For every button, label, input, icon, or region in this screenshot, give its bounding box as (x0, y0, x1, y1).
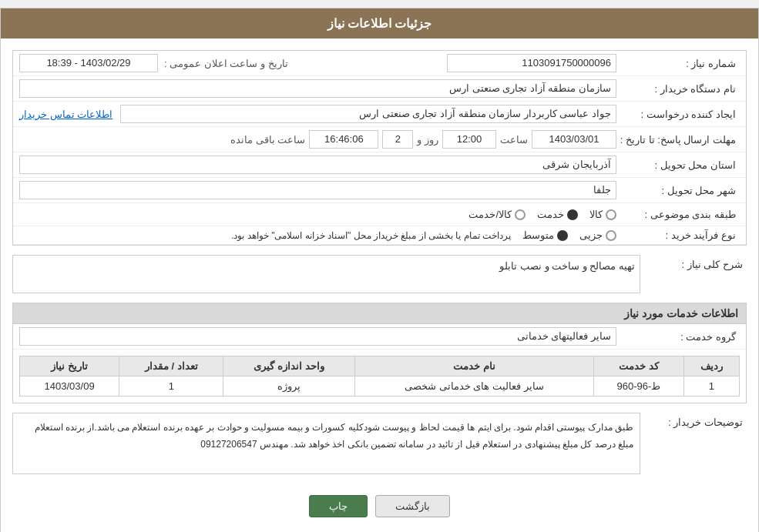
description-value: تهیه مصالح و ساخت و نصب تابلو (12, 255, 640, 293)
announce-date-label: تاریخ و ساعت اعلان عمومی : (164, 58, 288, 69)
deadline-time-label: ساعت (500, 134, 528, 146)
radio-kala-khedmat-dot (515, 209, 526, 220)
creator-label: ایجاد کننده درخواست : (616, 109, 740, 120)
table-cell-code: ط-96-960 (594, 376, 683, 396)
contact-link[interactable]: اطلاعات تماس خریدار (19, 109, 113, 120)
category-radio-group: کالا خدمت کالا/خدمت (19, 209, 616, 220)
radio-khedmat[interactable]: خدمت (537, 209, 578, 220)
deadline-day-label: روز و (417, 134, 438, 146)
need-number-value: 1103091750000096 (447, 54, 616, 72)
radio-kala-dot (606, 209, 616, 220)
purchase-type-group: جزیی متوسط پرداخت تمام یا بخشی از مبلغ خ… (19, 229, 616, 241)
table-cell-date: 1403/03/09 (20, 376, 119, 396)
purchase-note: پرداخت تمام یا بخشی از مبلغ خریداز محل "… (231, 230, 511, 241)
deadline-time: 12:00 (442, 130, 496, 149)
buyer-desc-label: توضیحات خریدار : (646, 413, 747, 428)
table-cell-unit: پروژه (223, 376, 354, 396)
radio-motavaset[interactable]: متوسط (522, 229, 568, 241)
province-value: آذربایجان شرقی (19, 156, 616, 174)
radio-motavaset-dot (557, 230, 568, 241)
radio-khedmat-dot (567, 209, 578, 220)
description-label: شرح کلی نیاز : (646, 255, 747, 270)
radio-jozi-dot (606, 230, 616, 241)
purchase-type-label: نوع فرآیند خرید : (616, 229, 740, 241)
announce-date-value: 1403/02/29 - 18:39 (19, 54, 158, 72)
radio-kala-label: کالا (589, 209, 603, 220)
table-cell-name: سایر فعالیت های خدماتی شخصی (354, 376, 594, 396)
province-label: استان محل تحویل : (616, 159, 740, 171)
service-group-value: سایر فعالیتهای خدماتی (19, 327, 616, 346)
col-header-qty: تعداد / مقدار (119, 356, 223, 376)
city-value: جلفا (19, 181, 616, 199)
col-header-code: کد خدمت (594, 356, 683, 376)
services-table: ردیف کد خدمت نام خدمت واحد اندازه گیری ت… (19, 356, 740, 396)
buyer-org-value: سازمان منطقه آزاد تجاری صنعتی ارس (19, 79, 616, 98)
table-cell-quantity: 1 (119, 376, 223, 396)
page-title: جزئیات اطلاعات نیاز (1, 8, 758, 38)
col-header-row: ردیف (683, 356, 739, 376)
table-cell-row: 1 (683, 376, 739, 396)
radio-khedmat-label: خدمت (537, 209, 564, 220)
print-button[interactable]: چاپ (309, 495, 368, 517)
services-table-container: ردیف کد خدمت نام خدمت واحد اندازه گیری ت… (13, 350, 746, 403)
deadline-days: 2 (382, 130, 413, 149)
col-header-date: تاریخ نیاز (20, 356, 119, 376)
buyer-desc-value: طبق مدارک پیوستی اقدام شود. برای ایتم ها… (12, 413, 640, 474)
services-section-title: اطلاعات خدمات مورد نیاز (13, 303, 746, 324)
buttons-row: بازگشت چاپ (12, 483, 747, 525)
radio-jozi[interactable]: جزیی (579, 229, 616, 241)
deadline-label: مهلت ارسال پاسخ: تا تاریخ : (616, 134, 740, 146)
radio-kala-khedmat-label: کالا/خدمت (468, 209, 512, 220)
creator-value: جواد عباسی کاربردار سازمان منطقه آزاد تج… (120, 105, 616, 123)
table-row: 1ط-96-960سایر فعالیت های خدماتی شخصیپروژ… (20, 376, 740, 396)
col-header-unit: واحد اندازه گیری (223, 356, 354, 376)
service-group-label: گروه خدمت : (616, 331, 740, 343)
radio-motavaset-label: متوسط (522, 229, 554, 241)
col-header-name: نام خدمت (354, 356, 594, 376)
buyer-org-label: نام دستگاه خریدار : (616, 83, 740, 95)
deadline-remaining: 16:46:06 (309, 130, 378, 149)
city-label: شهر محل تحویل : (616, 185, 740, 196)
radio-kala[interactable]: کالا (589, 209, 616, 220)
radio-jozi-label: جزیی (579, 229, 603, 241)
need-number-label: شماره نیاز : (616, 58, 740, 69)
back-button[interactable]: بازگشت (375, 495, 450, 517)
category-label: طبقه بندی موضوعی : (616, 209, 740, 220)
deadline-date: 1403/03/01 (532, 130, 616, 149)
radio-kala-khedmat[interactable]: کالا/خدمت (468, 209, 526, 220)
deadline-remaining-label: ساعت باقی مانده (230, 134, 305, 146)
